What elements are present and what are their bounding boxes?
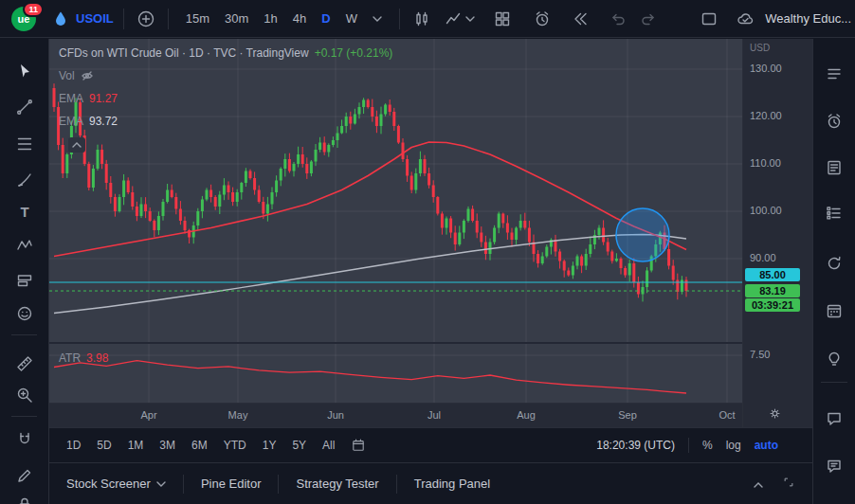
list-check-icon: [825, 204, 844, 223]
sidebar-chat[interactable]: [822, 406, 846, 431]
eye-hidden-icon[interactable]: [81, 69, 94, 82]
sidebar-support[interactable]: [822, 454, 846, 478]
timeframe-1d[interactable]: D: [321, 11, 330, 26]
timeframe-4h[interactable]: 4h: [293, 11, 306, 26]
panel-maximize-button[interactable]: [782, 476, 795, 492]
panel-square-icon: [700, 9, 719, 28]
tool-xabcd-pattern[interactable]: [12, 233, 37, 258]
tool-emoji[interactable]: [12, 301, 37, 326]
ema-slow-label: EMA: [59, 115, 83, 128]
utc-clock[interactable]: 18:20:39 (UTC): [596, 439, 675, 452]
chevron-down-icon: [465, 16, 475, 22]
cursor-icon: [15, 62, 34, 81]
range-1d[interactable]: 1D: [66, 439, 81, 452]
ema-slow-legend-row[interactable]: EMA 93.72: [59, 115, 118, 128]
price-scale[interactable]: USD 130.00 120.00 110.00 100.00 90.00 85…: [742, 39, 812, 427]
price-tick: 90.00: [750, 252, 776, 263]
chat-bubble-icon: [825, 409, 844, 428]
pencil-icon: [15, 466, 34, 485]
bar-replay-button[interactable]: [568, 6, 592, 32]
atr-legend-row[interactable]: ATR 3.98: [59, 351, 108, 365]
sidebar-ideas-list[interactable]: [822, 201, 846, 225]
manage-layouts-button[interactable]: [697, 6, 721, 32]
go-to-date-button[interactable]: [351, 438, 366, 453]
timeframe-menu-button[interactable]: [365, 6, 390, 32]
symbol-description: CFDs on WTI Crude Oil · 1D · TVC · Tradi…: [59, 46, 309, 60]
timeframe-1w[interactable]: W: [346, 11, 357, 26]
last-price-badge[interactable]: 83.19: [745, 284, 800, 297]
refresh-circle-icon: [825, 254, 844, 273]
percent-scale-button[interactable]: %: [702, 439, 713, 452]
log-scale-button[interactable]: log: [726, 439, 741, 452]
sidebar-alerts[interactable]: [822, 109, 846, 134]
tool-fib-retracement[interactable]: [12, 132, 37, 156]
tool-edit[interactable]: [12, 463, 37, 488]
candlestick-icon: [412, 9, 431, 28]
atr-scale-tick: 7.50: [750, 349, 770, 360]
atr-label: ATR: [59, 351, 81, 365]
app-logo[interactable]: ue 11: [11, 7, 36, 31]
redo-button[interactable]: [636, 6, 661, 32]
chart-type-button[interactable]: [409, 6, 434, 32]
lock-icon: [15, 495, 34, 504]
sidebar-hotlists[interactable]: [822, 251, 846, 276]
tool-zoom-in[interactable]: [12, 383, 37, 407]
price-tick: 130.00: [750, 63, 782, 74]
symbol-name: USOIL: [76, 11, 114, 26]
volume-legend-row[interactable]: Vol: [59, 69, 94, 82]
timeframe-1h[interactable]: 1h: [264, 11, 277, 26]
tool-brush[interactable]: [12, 168, 37, 192]
tool-trend-line[interactable]: [12, 95, 37, 119]
tab-trading-panel[interactable]: Trading Panel: [397, 477, 507, 491]
sidebar-watchlist[interactable]: [822, 62, 846, 86]
ema-slow-value: 93.72: [89, 115, 118, 128]
cloud-save-status[interactable]: [733, 6, 757, 32]
tab-stock-screener[interactable]: Stock Screener: [49, 477, 183, 491]
compare-add-symbol-button[interactable]: [134, 6, 158, 32]
undo-button[interactable]: [606, 6, 630, 32]
position-projection-icon: [15, 271, 34, 290]
sidebar-calendar[interactable]: [822, 298, 846, 323]
range-5y[interactable]: 5Y: [292, 439, 306, 452]
ema-fast-value: 91.27: [89, 92, 118, 105]
time-scale[interactable]: AprMayJunJulAugSepOct: [49, 403, 742, 427]
range-1y[interactable]: 1Y: [263, 439, 277, 452]
range-5d[interactable]: 5D: [97, 439, 111, 452]
tool-long-position[interactable]: [12, 268, 37, 293]
chart-legend-title-row[interactable]: CFDs on WTI Crude Oil · 1D · TVC · Tradi…: [59, 46, 392, 60]
tab-pine-editor[interactable]: Pine Editor: [184, 477, 279, 491]
alert-price-badge[interactable]: 85.00: [745, 268, 800, 281]
timeframe-15m[interactable]: 15m: [186, 11, 209, 26]
tool-ruler[interactable]: [12, 351, 37, 376]
range-6m[interactable]: 6M: [191, 439, 208, 452]
panel-open-button[interactable]: [754, 477, 763, 491]
range-1m[interactable]: 1M: [128, 439, 144, 452]
range-ytd[interactable]: YTD: [224, 439, 246, 452]
tool-cursor[interactable]: [12, 59, 37, 83]
sidebar-ideas[interactable]: [822, 346, 846, 370]
create-alert-button[interactable]: [530, 6, 555, 32]
symbol-search-button[interactable]: USOIL: [51, 9, 114, 28]
atr-indicator-pane[interactable]: [49, 344, 742, 403]
range-3m[interactable]: 3M: [159, 439, 175, 452]
lightbulb-icon: [825, 349, 844, 368]
indicators-button[interactable]: [444, 6, 475, 32]
tool-lock[interactable]: [12, 493, 37, 504]
sidebar-news[interactable]: [822, 155, 846, 180]
layout-button[interactable]: [490, 6, 515, 32]
main-price-chart[interactable]: [49, 39, 742, 342]
scale-settings-button[interactable]: [768, 406, 782, 423]
ema-fast-legend-row[interactable]: EMA 91.27: [59, 92, 118, 105]
tool-text[interactable]: T: [12, 200, 37, 225]
pane-collapse-button[interactable]: [68, 137, 85, 153]
tab-strategy-tester[interactable]: Strategy Tester: [279, 477, 395, 491]
range-all[interactable]: All: [322, 439, 335, 452]
calendar-icon: [351, 438, 366, 453]
calendar-icon: [825, 301, 844, 320]
tool-magnet[interactable]: [12, 427, 37, 452]
time-axis-label: Sep: [618, 409, 637, 421]
time-axis-label: Oct: [719, 409, 735, 421]
layout-name[interactable]: Wealthy Educ...: [765, 11, 851, 26]
auto-scale-button[interactable]: auto: [755, 439, 778, 452]
timeframe-30m[interactable]: 30m: [225, 11, 248, 26]
